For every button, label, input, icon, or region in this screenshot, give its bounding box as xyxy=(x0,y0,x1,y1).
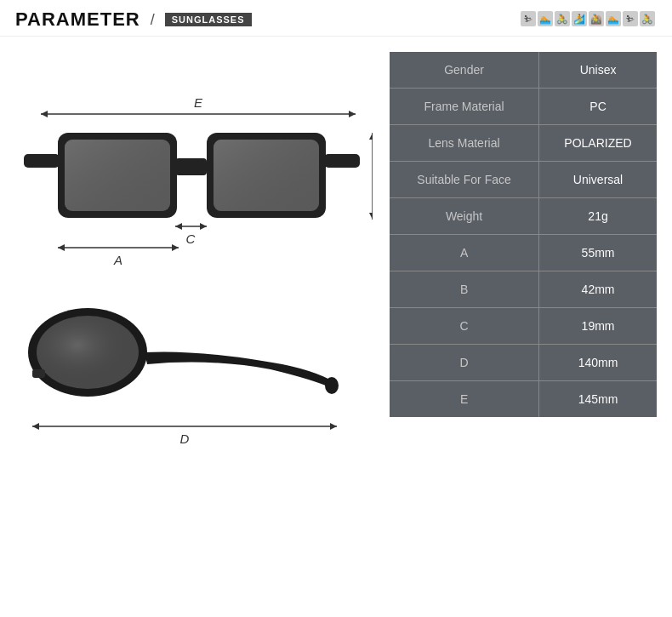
svg-marker-38 xyxy=(58,244,65,251)
svg-marker-48 xyxy=(330,423,337,430)
svg-rect-18 xyxy=(65,140,170,211)
svg-rect-24 xyxy=(324,154,360,168)
svg-text:C: C xyxy=(186,231,196,246)
left-panel: E B C A xyxy=(15,52,373,603)
svg-text:⛷: ⛷ xyxy=(524,14,533,24)
sunglass-side-view: D xyxy=(15,282,373,452)
svg-text:🏊: 🏊 xyxy=(539,13,551,25)
header: PARAMETER / SUNGLASSES ⛷ 🏊 🚴 🏄 🚵 🏊 ⛷ 🚴 xyxy=(0,0,672,37)
category-badge: SUNGLASSES xyxy=(165,13,252,26)
specs-table: Gender Unisex Frame Material PC Lens Mat… xyxy=(390,52,657,417)
svg-marker-39 xyxy=(172,244,179,251)
svg-marker-31 xyxy=(369,213,373,220)
spec-value: 21g xyxy=(539,198,657,235)
spec-row: D 140mm xyxy=(390,345,657,381)
spec-row: A 55mm xyxy=(390,235,657,271)
page-title: PARAMETER xyxy=(15,9,140,31)
spec-value: Unisex xyxy=(539,52,657,89)
spec-value: Universal xyxy=(539,162,657,198)
spec-label: Suitable For Face xyxy=(390,162,539,198)
spec-value: 42mm xyxy=(539,271,657,308)
svg-rect-22 xyxy=(175,158,207,175)
spec-label: Frame Material xyxy=(390,89,539,125)
spec-row: E 145mm xyxy=(390,381,657,418)
activity-icons: ⛷ 🏊 🚴 🏄 🚵 🏊 ⛷ 🚴 xyxy=(521,10,657,29)
spec-label: B xyxy=(390,271,539,308)
spec-value: PC xyxy=(539,89,657,125)
spec-label: C xyxy=(390,308,539,345)
spec-value: 145mm xyxy=(539,381,657,418)
spec-row: Gender Unisex xyxy=(390,52,657,89)
svg-text:🏊: 🏊 xyxy=(607,13,619,25)
spec-label: D xyxy=(390,345,539,381)
svg-text:E: E xyxy=(194,95,203,110)
svg-text:D: D xyxy=(180,431,190,446)
spec-row: Lens Material POLARIZED xyxy=(390,125,657,162)
sunglass-top-svg: E B C A xyxy=(15,56,373,286)
spec-label: Weight xyxy=(390,198,539,235)
svg-text:⛷: ⛷ xyxy=(626,14,635,24)
header-slash: / xyxy=(151,11,155,29)
spec-value: POLARIZED xyxy=(539,125,657,162)
spec-value: 19mm xyxy=(539,308,657,345)
svg-rect-45 xyxy=(32,369,45,378)
svg-text:🚴: 🚴 xyxy=(641,13,653,25)
svg-text:A: A xyxy=(113,253,122,267)
svg-text:🚵: 🚵 xyxy=(590,13,602,25)
svg-rect-23 xyxy=(24,154,60,168)
spec-value: 55mm xyxy=(539,235,657,271)
svg-marker-27 xyxy=(349,111,356,117)
svg-point-44 xyxy=(325,377,339,394)
main-content: E B C A xyxy=(0,37,672,611)
svg-marker-26 xyxy=(41,111,48,117)
svg-point-43 xyxy=(37,316,139,389)
activity-icons-svg: ⛷ 🏊 🚴 🏄 🚵 🏊 ⛷ 🚴 xyxy=(521,10,657,29)
sunglass-top-view: E B C A xyxy=(15,52,373,290)
spec-row: C 19mm xyxy=(390,308,657,345)
spec-label: A xyxy=(390,235,539,271)
svg-text:🏄: 🏄 xyxy=(573,13,585,25)
spec-row: Suitable For Face Universal xyxy=(390,162,657,198)
header-left: PARAMETER / SUNGLASSES xyxy=(15,9,252,31)
spec-value: 140mm xyxy=(539,345,657,381)
spec-row: Weight 21g xyxy=(390,198,657,235)
spec-label: E xyxy=(390,381,539,418)
svg-marker-47 xyxy=(32,423,39,430)
spec-label: Lens Material xyxy=(390,125,539,162)
sunglass-side-svg: D xyxy=(15,286,373,448)
right-panel: Gender Unisex Frame Material PC Lens Mat… xyxy=(390,52,657,603)
svg-rect-21 xyxy=(214,140,319,211)
spec-row: Frame Material PC xyxy=(390,89,657,125)
svg-text:🚴: 🚴 xyxy=(556,13,568,25)
spec-label: Gender xyxy=(390,52,539,89)
spec-row: B 42mm xyxy=(390,271,657,308)
svg-marker-34 xyxy=(175,223,182,230)
svg-marker-35 xyxy=(200,223,207,230)
